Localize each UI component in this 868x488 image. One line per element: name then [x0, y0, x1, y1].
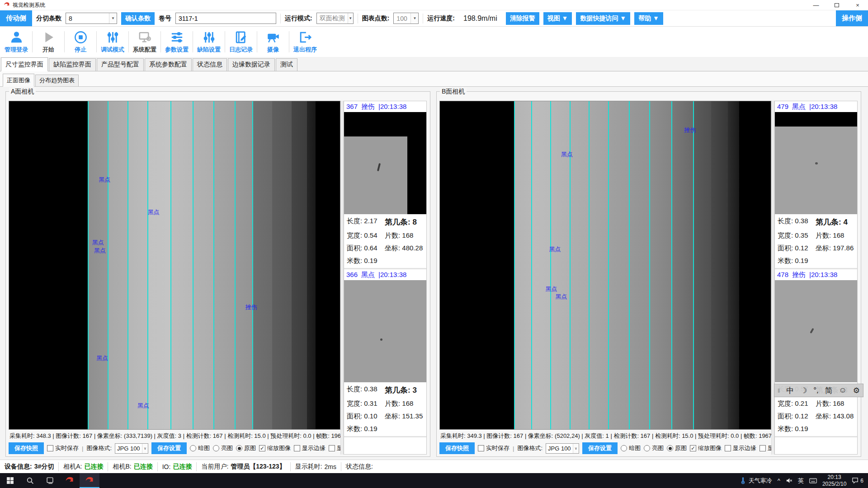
ime-punctuation-button[interactable]: °, — [813, 386, 819, 395]
notification-center-button[interactable]: 6 — [852, 477, 863, 484]
camera-b-group: B面相机 挫伤黑点黑点黑点黑点 采集耗时: 349.3 | 图像计数: 167 … — [436, 91, 861, 457]
exit-program-button[interactable]: 退出程序 — [291, 27, 320, 57]
defect-block[interactable]: 367挫伤|20:13:38 长度: 2.17 第几条: 8 宽度: 0.54 … — [344, 101, 426, 269]
ime-moon-icon[interactable]: ☽ — [800, 386, 807, 395]
realtime-save-checkbox[interactable]: 实时保存 — [47, 444, 79, 452]
tab-test[interactable]: 测试 — [276, 58, 297, 71]
snapshot-button[interactable]: 保存快照 — [439, 442, 475, 454]
view-menu-button[interactable]: 视图 ▼ — [543, 12, 572, 25]
sub-tab-strip: 正面图像 分布趋势图表 — [0, 71, 868, 87]
log-record-button[interactable]: 日志记录 — [226, 27, 255, 57]
start-button[interactable]: 开始 — [34, 27, 63, 57]
help-menu-button[interactable]: 帮助 ▼ — [634, 12, 663, 25]
taskbar-clock[interactable]: 20:13 2025/2/10 — [822, 474, 846, 488]
tab-product-model-config[interactable]: 产品型号配置 — [97, 58, 144, 71]
ime-emoji-icon[interactable]: ☺ — [839, 386, 847, 395]
tab-defect-monitor[interactable]: 缺陷监控界面 — [49, 58, 96, 71]
camera-b-image[interactable]: 挫伤黑点黑点黑点黑点 — [439, 101, 771, 430]
bright-image-radio[interactable]: 亮图 — [213, 444, 233, 452]
capture-button[interactable]: 摄像 — [259, 27, 288, 57]
original-image-radio[interactable]: 原图 — [667, 444, 687, 452]
keyboard-icon[interactable] — [809, 478, 817, 483]
ime-grip[interactable]: ‖ — [778, 387, 780, 394]
close-button[interactable]: × — [847, 0, 868, 10]
defect-thumbnail[interactable] — [344, 112, 426, 214]
zoom-image-checkbox[interactable]: ✓缩放图像 — [259, 444, 291, 452]
param-settings-button[interactable]: 参数设置 — [162, 27, 191, 57]
defect-overlay-label: 黑点 — [561, 150, 573, 159]
connected-status: 已连接 — [173, 463, 192, 471]
save-settings-button[interactable]: 保存设置 — [582, 442, 618, 454]
app-status-bar: 设备信息:3#分切 相机A:已连接 相机B:已连接 IO:已连接 当前用户:管理… — [0, 460, 868, 473]
minimize-button[interactable]: — — [806, 0, 826, 10]
defect-block[interactable]: 366黑点|20:13:38 长度: 0.38 第几条: 3 宽度: 0.31 … — [344, 269, 426, 437]
snapshot-button[interactable]: 保存快照 — [9, 442, 44, 454]
defect-thumbnail[interactable] — [344, 280, 426, 382]
tab-size-monitor[interactable]: 尺寸监控界面 — [1, 57, 48, 71]
io-connection: IO:已连接 — [158, 462, 197, 471]
defect-measurements: 长度: 2.17 第几条: 8 宽度: 0.54 片数: 168 面积: 0.6… — [344, 214, 426, 268]
subtab-front-image[interactable]: 正面图像 — [3, 74, 34, 87]
weather-widget[interactable]: 天气寒冷 — [740, 477, 772, 485]
maximize-button[interactable] — [826, 0, 847, 10]
defect-thumbnail[interactable] — [775, 112, 857, 214]
defect-block[interactable]: 478挫伤|20:13:38 长度: 0.57 第几条: 3 宽度: 0.21 … — [775, 269, 857, 437]
dark-image-radio[interactable]: 暗图 — [621, 444, 641, 452]
subtab-trend-chart[interactable]: 分布趋势图表 — [35, 75, 79, 86]
dark-image-radio[interactable]: 暗图 — [190, 444, 210, 452]
language-indicator[interactable]: 英 — [798, 477, 804, 485]
clock-date: 2025/2/10 — [822, 481, 846, 488]
defect-settings-button[interactable]: 缺陷设置 — [194, 27, 223, 57]
slit-count-dropdown[interactable]: 8▼ — [66, 13, 117, 24]
save-settings-button[interactable]: 保存设置 — [151, 442, 187, 454]
realtime-save-checkbox[interactable]: 实时保存 — [478, 444, 509, 452]
defect-block[interactable]: 479黑点|20:13:38 长度: 0.38 第几条: 4 宽度: 0.35 … — [775, 101, 857, 269]
chart-points-dropdown[interactable]: 100▼ — [393, 13, 419, 24]
tab-system-param-config[interactable]: 系统参数配置 — [145, 58, 192, 71]
run-mode-dropdown[interactable]: 双面检测▼ — [316, 13, 354, 24]
defect-measurements: 长度: 0.38 第几条: 3 宽度: 0.31 片数: 168 面积: 0.1… — [344, 382, 426, 436]
tab-edge-data-record[interactable]: 边缘数据记录 — [228, 58, 275, 71]
splitter[interactable] — [340, 101, 344, 455]
taskbar-app-icon[interactable] — [60, 473, 80, 488]
camera-b-connection: 相机B:已连接 — [108, 462, 157, 471]
taskbar-app-icon-active[interactable] — [80, 473, 99, 488]
drive-side-button[interactable]: 传动侧 — [0, 10, 32, 26]
camera-b-overlay: 挫伤黑点黑点黑点黑点 — [440, 101, 771, 429]
zoom-image-checkbox[interactable]: ✓缩放图像 — [690, 444, 722, 452]
tray-expand-button[interactable]: ^ — [778, 477, 780, 484]
camera-a-overlay: 黑点黑点黑点黑点挫伤黑点黑点 — [9, 101, 340, 429]
confirm-count-button[interactable]: 确认条数 — [121, 12, 155, 25]
image-format-dropdown[interactable]: JPG 100∨ — [115, 443, 148, 454]
ime-settings-gear-icon[interactable]: ⚙ — [853, 386, 860, 395]
image-format-dropdown[interactable]: JPG 100∨ — [546, 443, 579, 454]
defect-overlay-label: 挫伤 — [684, 126, 696, 134]
ime-mode-button[interactable]: 中 — [786, 385, 794, 396]
start-button[interactable] — [0, 473, 20, 488]
camera-b-defect-panel: 479黑点|20:13:38 长度: 0.38 第几条: 4 宽度: 0.35 … — [774, 101, 858, 455]
data-quick-access-button[interactable]: 数据快捷访问 ▼ — [576, 12, 630, 25]
camera-a-image[interactable]: 黑点黑点黑点黑点挫伤黑点黑点 — [9, 101, 340, 430]
stop-button[interactable]: 停止 — [66, 27, 95, 57]
chevron-down-icon: ∨ — [142, 444, 148, 453]
search-button[interactable] — [20, 473, 40, 488]
splitter[interactable] — [771, 101, 774, 455]
chevron-down-icon: ▼ — [410, 13, 418, 23]
system-config-button[interactable]: 系统配置 — [130, 27, 159, 57]
tab-status-info[interactable]: 状态信息 — [193, 58, 227, 71]
roll-number-input[interactable] — [175, 13, 276, 24]
debug-mode-button[interactable]: 调试模式 — [98, 27, 127, 57]
ime-simplified-button[interactable]: 简 — [825, 385, 833, 396]
bright-image-radio[interactable]: 亮图 — [644, 444, 664, 452]
original-image-radio[interactable]: 原图 — [236, 444, 256, 452]
admin-login-button[interactable]: 管理登录 — [2, 27, 31, 57]
operator-side-button[interactable]: 操作侧 — [836, 10, 868, 26]
roll-number-label: 卷号 — [159, 14, 171, 23]
defect-thumbnail[interactable] — [775, 280, 857, 382]
show-edge-checkbox[interactable]: 显示边缘 — [725, 444, 756, 452]
clear-alarm-button[interactable]: 清除报警 — [506, 12, 539, 25]
task-view-button[interactable] — [40, 473, 60, 488]
speaker-muted-icon[interactable] — [786, 477, 793, 484]
show-edge-checkbox[interactable]: 显示边缘 — [294, 444, 326, 452]
defect-overlay-label: 黑点 — [99, 176, 110, 184]
